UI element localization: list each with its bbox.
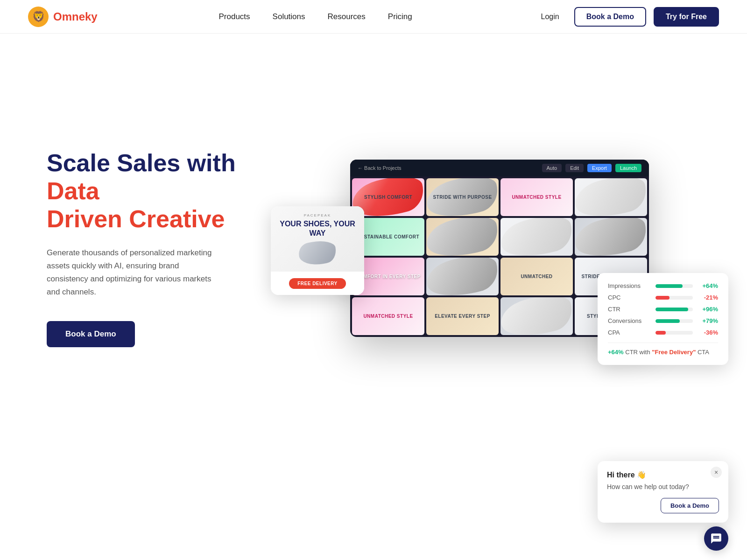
chat-bubble-icon [710,532,722,545]
cell-text-4: SUSTAINABLE COMFORT [355,232,421,242]
metric-row-0: Impressions+64% [608,282,718,289]
chat-widget: × Hi there 👋 How can we help out today? … [598,461,728,523]
grid-cell-14 [500,297,573,335]
shoe-3 [575,178,647,216]
metric-value-0: +64% [698,282,718,289]
metric-value-1: -21% [698,294,718,301]
grid-cell-13: ELEVATE EVERY STEP [426,297,499,335]
shoe-7 [575,218,647,256]
nav-links: Products Solutions Resources Pricing [219,12,412,21]
metrics-footer-suffix: CTA [698,349,709,356]
toolbar-auto[interactable]: Auto [542,164,562,172]
metric-bar-4 [655,331,666,335]
metrics-footer-text: CTR with [625,349,652,356]
popup-shoe-image [297,238,338,267]
metric-value-4: -36% [698,329,718,336]
metric-bar-2 [655,308,688,311]
grid-cell-5 [426,218,499,256]
grid-cell-2: UNMATCHED STYLE [500,178,573,216]
book-demo-hero-button[interactable]: Book a Demo [47,321,135,347]
metrics-footer: +64% CTR with "Free Delivery" CTA [608,343,718,356]
metric-value-2: +96% [698,306,718,313]
navbar: 🦁 Omneky Products Solutions Resources Pr… [0,0,747,34]
hero-section: Scale Sales with DataDriven Creative Gen… [0,34,747,454]
chat-book-demo-button[interactable]: Book a Demo [661,498,719,513]
metric-bar-container-4 [655,331,693,335]
toolbar-launch[interactable]: Launch [615,164,641,172]
metric-label-1: CPC [608,294,650,301]
grid-cell-12: UNMATCHED STYLE [352,297,424,335]
mockup-toolbar: ← Back to Projects Auto Edit Export Laun… [350,160,649,176]
popup-ad-content: PACEPEAK YOUR SHOES, YOUR WAY [271,206,364,272]
grid-cell-10: UNMATCHED [500,258,573,295]
metric-row-1: CPC-21% [608,294,718,301]
chat-subtext: How can we help out today? [607,483,719,490]
metric-bar-container-0 [655,284,693,288]
logo[interactable]: 🦁 Omneky [28,7,98,27]
shoe-9 [426,258,499,295]
metrics-footer-highlight: +64% [608,349,624,356]
chat-bubble-button[interactable] [704,526,728,551]
hero-description: Generate thousands of personalized marke… [47,246,215,299]
cell-text-13: ELEVATE EVERY STEP [433,312,492,321]
hero-title-part1: Scale Sales with [47,149,236,176]
cell-text-2: UNMATCHED STYLE [510,193,563,202]
metric-bar-container-3 [655,319,693,323]
popup-ad-card: PACEPEAK YOUR SHOES, YOUR WAY FREE DELIV… [271,206,364,295]
metrics-rows: Impressions+64%CPC-21%CTR+96%Conversions… [608,282,718,336]
hero-content: Scale Sales with DataDriven Creative Gen… [47,149,261,347]
toolbar-actions: Auto Edit Export Launch [542,164,642,172]
cell-text-10: UNMATCHED [519,272,554,281]
nav-products[interactable]: Products [219,12,250,21]
toolbar-edit[interactable]: Edit [565,164,584,172]
metric-bar-container-1 [655,296,693,300]
metric-row-3: Conversions+79% [608,317,718,324]
metrics-card: Impressions+64%CPC-21%CTR+96%Conversions… [598,273,728,365]
chat-greeting: Hi there 👋 [607,470,719,479]
try-free-button[interactable]: Try for Free [654,7,719,27]
metric-bar-3 [655,319,680,323]
shoe-6 [500,218,573,256]
popup-headline: YOUR SHOES, YOUR WAY [276,219,359,237]
shoe-14 [500,297,573,335]
popup-cta-button[interactable]: FREE DELIVERY [289,278,346,289]
grid-cell-9 [426,258,499,295]
nav-actions: Login Book a Demo Try for Free [534,7,719,27]
metric-value-3: +79% [698,317,718,324]
metric-label-0: Impressions [608,282,650,289]
toolbar-export[interactable]: Export [587,164,612,172]
grid-cell-7 [575,218,647,256]
logo-icon: 🦁 [28,7,49,27]
grid-cell-6 [500,218,573,256]
cell-text-0: STYLISH COMFORT [362,193,414,202]
logo-text: Omneky [53,10,98,23]
metric-bar-1 [655,296,669,300]
cell-text-8: COMFORT IN EVERY STEP [354,272,423,281]
grid-cell-3 [575,178,647,216]
metric-row-2: CTR+96% [608,306,718,313]
nav-resources[interactable]: Resources [328,12,366,21]
toolbar-back[interactable]: ← Back to Projects [358,165,402,171]
book-demo-nav-button[interactable]: Book a Demo [574,7,646,27]
hero-visual: ← Back to Projects Auto Edit Export Laun… [289,160,710,337]
nav-pricing[interactable]: Pricing [388,12,412,21]
metrics-footer-cta: "Free Delivery" [652,349,696,356]
hero-title-highlight: DataDriven Creative [47,177,225,232]
grid-cell-1: STRIDE WITH PURPOSE [426,178,499,216]
metric-label-4: CPA [608,329,650,336]
popup-ad-footer: FREE DELIVERY [271,272,364,295]
login-button[interactable]: Login [534,9,567,25]
chat-close-button[interactable]: × [711,467,722,478]
cell-text-1: STRIDE WITH PURPOSE [431,193,493,202]
metric-row-4: CPA-36% [608,329,718,336]
shoe-5 [426,218,499,256]
hero-title: Scale Sales with DataDriven Creative [47,149,261,233]
nav-solutions[interactable]: Solutions [273,12,305,21]
popup-brand: PACEPEAK [304,213,331,217]
metric-bar-0 [655,284,683,288]
metric-bar-container-2 [655,308,693,311]
metric-label-2: CTR [608,306,650,313]
cell-text-12: UNMATCHED STYLE [361,312,415,321]
metric-label-3: Conversions [608,317,650,324]
